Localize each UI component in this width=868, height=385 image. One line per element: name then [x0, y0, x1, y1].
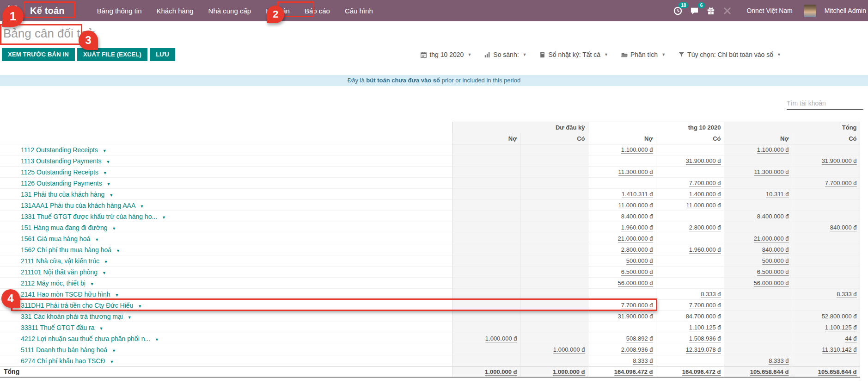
- initial-credit-cell: [520, 155, 588, 167]
- nav-menu-item[interactable]: Cấu hình: [338, 4, 379, 18]
- initial-credit-cell: [520, 144, 588, 155]
- total-debit-cell: [724, 344, 792, 355]
- chevron-down-icon: ▼: [138, 304, 142, 309]
- initial-credit-cell: [520, 233, 588, 244]
- table-row: 131 Phải thu của khách hàng ▼ 1.410.311 …: [0, 189, 860, 200]
- initial-debit-cell: [452, 255, 520, 267]
- banner-unposted-link[interactable]: bút toán chưa đưa vào sổ: [366, 77, 440, 84]
- systray: 18 6 Onnet Việt Nam Mitchell Admin: [672, 5, 868, 17]
- chevron-down-icon: ▼: [103, 171, 107, 175]
- table-row: 1126 Outstanding Payments ▼ 7.700.000 đ …: [0, 178, 860, 189]
- company-switcher[interactable]: Onnet Việt Nam: [746, 7, 792, 14]
- user-avatar[interactable]: [804, 5, 816, 17]
- apps-menu-icon[interactable]: [8, 6, 18, 16]
- account-link[interactable]: 2141 Hao mòn TSCĐ hữu hình ▼: [21, 291, 119, 298]
- chevron-down-icon: ▼: [107, 182, 111, 186]
- initial-debit-cell: 1.000.000 đ: [452, 333, 520, 344]
- message-count-badge: 6: [698, 2, 705, 8]
- tools-icon[interactable]: [721, 5, 734, 17]
- print-preview-button[interactable]: XEM TRƯỚC BẢN IN: [2, 48, 75, 61]
- initial-debit-cell: [452, 244, 520, 255]
- chevron-down-icon: ▼: [661, 52, 666, 57]
- table-row: 1125 Outstanding Receipts ▼ 11.300.000 đ…: [0, 167, 860, 178]
- account-link[interactable]: 1126 Outstanding Payments ▼: [21, 180, 110, 187]
- filter-comparison[interactable]: So sánh: ▼: [484, 51, 526, 58]
- initial-debit-cell: [452, 144, 520, 155]
- report-title-input[interactable]: Bảng cân đối thử: [3, 26, 95, 41]
- period-credit-cell: [656, 267, 724, 278]
- total-credit-cell: [792, 144, 860, 155]
- export-excel-button[interactable]: XUẤT FILE (EXCEL): [77, 48, 147, 61]
- table-row: 1112 Outstanding Receipts ▼ 1.100.000 đ …: [0, 144, 860, 155]
- messages-icon[interactable]: 6: [688, 5, 700, 17]
- table-row: 1561 Giá mua hàng hoá ▼ 21.000.000 đ 21.…: [0, 233, 860, 244]
- chevron-down-icon: ▼: [95, 237, 99, 242]
- account-link[interactable]: 1113 Outstanding Payments ▼: [21, 157, 110, 165]
- account-link[interactable]: 331 Các khoản phải trả thương mại ▼: [21, 313, 132, 320]
- group-header-row: Dư đầu kỳ thg 10 2020 Tổng: [0, 122, 860, 133]
- initial-credit-cell: [520, 178, 588, 189]
- table-row: 2141 Hao mòn TSCĐ hữu hình ▼ 8.333 đ 8.3…: [0, 289, 860, 300]
- filter-date-range[interactable]: thg 10 2020 ▼: [421, 51, 471, 58]
- initial-debit-cell: [452, 355, 520, 366]
- activities-icon[interactable]: 18: [672, 5, 684, 17]
- account-link[interactable]: 151 Hàng mua đang đi đường ▼: [21, 224, 116, 231]
- total-debit-cell: [724, 322, 792, 333]
- period-credit-cell: 1.508.936 đ: [656, 333, 724, 344]
- search-input[interactable]: [787, 99, 868, 107]
- total-credit-cell: [792, 211, 860, 222]
- account-link[interactable]: 1112 Outstanding Receipts ▼: [21, 146, 107, 154]
- account-link[interactable]: 211101 Nội thất văn phòng ▼: [21, 268, 106, 276]
- chevron-down-icon: ▼: [604, 52, 608, 57]
- account-link[interactable]: 1561 Giá mua hàng hoá ▼: [21, 235, 99, 242]
- total-credit-cell: 11.310.142 đ: [792, 344, 860, 355]
- nav-menu-item[interactable]: Bảng thông tin: [91, 4, 148, 18]
- account-link[interactable]: 4212 Lợi nhuận sau thuế chưa phân phối n…: [21, 335, 159, 342]
- account-search: [787, 97, 863, 110]
- total-credit-cell: 52.800.000 đ: [792, 311, 860, 322]
- nav-menu-item[interactable]: Khách hàng: [150, 4, 200, 18]
- period-debit-cell: 2.800.000 đ: [588, 244, 656, 255]
- account-link[interactable]: 1331 Thuế GTGT được khấu trừ của hàng ho…: [21, 213, 166, 220]
- account-link[interactable]: 6274 Chi phí khấu hao TSCĐ ▼: [21, 357, 114, 365]
- total-total-credit: 105.658.644 đ: [818, 368, 857, 376]
- total-debit-cell: [724, 311, 792, 322]
- account-link[interactable]: 2112 Máy móc, thiết bị ▼: [21, 279, 94, 287]
- initial-credit-cell: [520, 333, 588, 344]
- filter-options[interactable]: Tùy chọn: Chỉ bút toán vào sổ ▼: [679, 51, 781, 58]
- initial-debit-cell: [452, 178, 520, 189]
- account-link[interactable]: 1125 Outstanding Receipts ▼: [21, 168, 107, 176]
- total-credit-cell: 840.000 đ: [792, 222, 860, 233]
- account-link[interactable]: 2111 Nhà cửa, vật kiến trúc ▼: [21, 257, 108, 265]
- app-brand[interactable]: Kế toán: [30, 6, 65, 16]
- user-menu[interactable]: Mitchell Admin: [825, 7, 866, 14]
- nav-menu-item[interactable]: Nhà cung cấp: [202, 4, 258, 18]
- period-credit-cell: [656, 167, 724, 178]
- total-credit-cell: 31.900.000 đ: [792, 155, 860, 167]
- gift-icon[interactable]: [705, 5, 717, 17]
- col-debit-header: Nợ: [724, 133, 792, 144]
- info-banner: Đây là bút toán chưa đưa vào sổ prior or…: [0, 75, 868, 86]
- account-link[interactable]: 131AAA1 Phải thu của khách hàng AAA ▼: [21, 202, 144, 209]
- initial-credit-cell: [520, 322, 588, 333]
- chevron-down-icon: ▼: [103, 149, 107, 153]
- filter-analytic[interactable]: Phân tích ▼: [621, 51, 666, 58]
- initial-credit-cell: [520, 355, 588, 366]
- nav-menu-item[interactable]: Báo cáo: [298, 4, 336, 18]
- total-debit-cell: 10.311 đ: [724, 189, 792, 200]
- initial-debit-cell: [452, 300, 520, 311]
- period-debit-cell: [588, 155, 656, 167]
- calendar-icon: [421, 52, 427, 58]
- account-link[interactable]: 311DH1 Phải trả tiền cho Cty Đức Hiếu ▼: [21, 302, 142, 309]
- account-link[interactable]: 1562 Chi phí thu mua hàng hoá ▼: [21, 246, 120, 254]
- total-credit-cell: 1.100.125 đ: [792, 322, 860, 333]
- filter-journals[interactable]: Sổ nhật ký: Tất cả ▼: [539, 51, 608, 58]
- account-link[interactable]: 5111 Doanh thu bán hàng hoá ▼: [21, 346, 116, 354]
- account-link[interactable]: 131 Phải thu của khách hàng ▼: [21, 191, 113, 198]
- initial-credit-cell: [520, 222, 588, 233]
- save-button[interactable]: LƯU: [150, 48, 175, 61]
- column-group-period: thg 10 2020: [588, 122, 724, 133]
- period-credit-cell: 7.700.000 đ: [656, 178, 724, 189]
- nav-menu-item[interactable]: Kế toán: [259, 4, 296, 18]
- account-link[interactable]: 33311 Thuế GTGT đầu ra ▼: [21, 324, 103, 331]
